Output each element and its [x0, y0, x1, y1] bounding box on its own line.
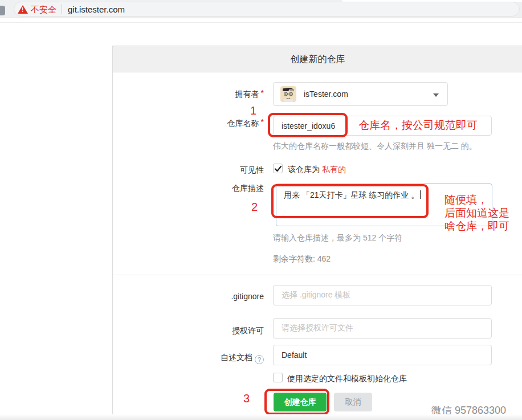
description-label: 仓库描述 — [113, 183, 264, 193]
browser-address-bar: ! 不安全 git.istester.com — [0, 0, 522, 18]
checkmark-icon — [274, 165, 282, 173]
text-caret — [420, 190, 421, 199]
url-text[interactable]: git.istester.com — [68, 5, 125, 14]
repo-name-label: 仓库名称* — [113, 118, 264, 128]
annotation-repo-name-note: 仓库名，按公司规范即可 — [358, 119, 478, 132]
readme-input[interactable]: Default — [273, 345, 492, 365]
bottom-edge — [0, 414, 522, 420]
gitignore-label: .gitignore — [113, 291, 264, 301]
owner-value: isTester.com — [304, 89, 348, 99]
description-value: 用来 「21天打卡」星球 练习的作业 。 — [284, 190, 419, 199]
owner-label: 拥有者* — [113, 89, 264, 99]
repo-name-help: 伟大的仓库名称一般都较短、令人深刻并且 独一无二 的。 — [273, 141, 477, 152]
private-highlight: 私有的 — [322, 165, 346, 174]
chevron-down-icon — [433, 93, 439, 97]
section-divider — [113, 275, 522, 275]
annotation-step-2: 2 — [251, 201, 258, 213]
visibility-label: 可见性 — [113, 165, 264, 175]
repo-name-value: istester_idoxu6 — [282, 121, 335, 131]
cancel-button[interactable]: 取消 — [334, 393, 372, 411]
create-repo-panel: 创建新的仓库 拥有者* isTester.com 1 仓库名称* isteste… — [112, 46, 522, 420]
description-help: 请输入仓库描述，最多为 512 个字符 — [273, 233, 402, 243]
required-asterisk: * — [261, 88, 264, 97]
page-title: 创建新的仓库 — [112, 46, 522, 72]
readme-label: 自述文档? — [113, 352, 264, 364]
init-repo-label: 使用选定的文件和模板初始化仓库 — [287, 374, 407, 384]
create-repo-button[interactable]: 创建仓库 — [274, 393, 327, 411]
chrome-divider — [0, 22, 522, 23]
readme-value: Default — [282, 350, 307, 360]
not-secure-label[interactable]: 不安全 — [31, 5, 56, 14]
init-repo-checkbox[interactable] — [273, 373, 283, 382]
private-checkbox[interactable] — [273, 164, 283, 173]
gitignore-input[interactable]: 选择 .gitignore 模板 — [273, 285, 492, 305]
security-warning-glyph: ! — [22, 7, 23, 13]
license-placeholder: 请选择授权许可文件 — [282, 323, 353, 333]
annotation-step-1: 1 — [250, 105, 256, 116]
chrome-notch — [342, 0, 522, 2]
remaining-chars: 剩余字符数: 462 — [273, 254, 331, 264]
help-icon[interactable]: ? — [255, 355, 264, 364]
required-asterisk: * — [261, 117, 264, 127]
url-separator — [62, 4, 62, 14]
license-input[interactable]: 请选择授权许可文件 — [273, 318, 492, 339]
visibility-text: 该仓库为 私有的 — [288, 165, 346, 175]
annotation-step-3: 3 — [243, 393, 250, 404]
gitignore-placeholder: 选择 .gitignore 模板 — [282, 290, 350, 300]
license-label: 授权许可 — [113, 325, 264, 336]
owner-dropdown[interactable]: isTester.com — [273, 82, 448, 106]
owner-avatar — [280, 86, 296, 102]
browser-partial-icon — [0, 6, 5, 15]
annotation-description-note: 随便填， 后面知道这是 啥仓库，即可 — [444, 193, 509, 233]
